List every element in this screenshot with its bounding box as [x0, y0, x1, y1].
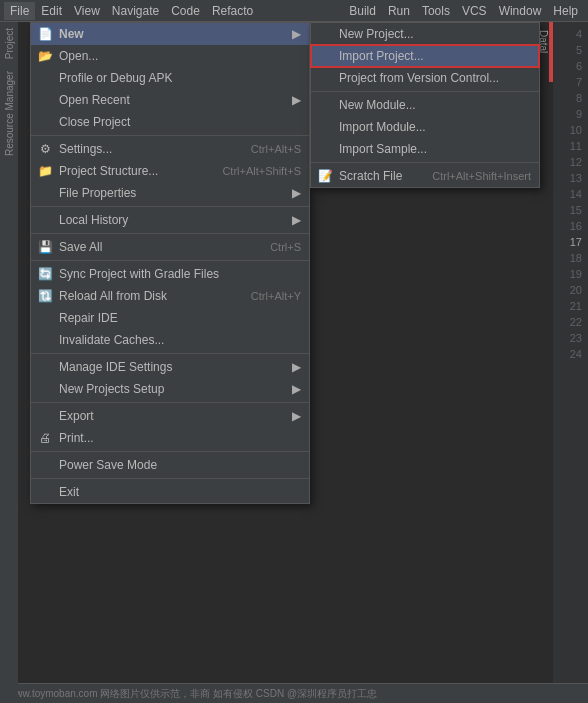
line-number-6: 6	[553, 58, 588, 74]
line-number-16: 16	[553, 218, 588, 234]
import-project-icon	[317, 48, 333, 64]
submenu-item-new-project-label: New Project...	[339, 27, 414, 41]
open-icon: 📂	[37, 48, 53, 64]
menu-item-new-label: New	[59, 27, 84, 41]
line-number-14: 14	[553, 186, 588, 202]
line-number-20: 20	[553, 282, 588, 298]
menu-item-manage-ide[interactable]: Manage IDE Settings ▶	[31, 356, 309, 378]
menu-item-invalidate-caches[interactable]: Invalidate Caches...	[31, 329, 309, 351]
menu-item-sync-label: Sync Project with Gradle Files	[59, 267, 219, 281]
menu-run[interactable]: Run	[382, 2, 416, 20]
menu-item-new-projects-setup[interactable]: New Projects Setup ▶	[31, 378, 309, 400]
reload-shortcut: Ctrl+Alt+Y	[251, 290, 301, 302]
menu-file[interactable]: File	[4, 2, 35, 20]
menu-item-exit[interactable]: Exit	[31, 481, 309, 503]
submenu-item-new-module[interactable]: New Module...	[311, 94, 539, 116]
menu-item-power-save[interactable]: Power Save Mode	[31, 454, 309, 476]
menu-item-profile-debug[interactable]: Profile or Debug APK	[31, 67, 309, 89]
menu-item-project-structure[interactable]: 📁 Project Structure... Ctrl+Alt+Shift+S	[31, 160, 309, 182]
menu-view[interactable]: View	[68, 2, 106, 20]
menu-item-sync-gradle[interactable]: 🔄 Sync Project with Gradle Files	[31, 263, 309, 285]
import-sample-icon	[317, 141, 333, 157]
menu-item-open-recent[interactable]: Open Recent ▶	[31, 89, 309, 111]
sub-separator-2	[311, 162, 539, 163]
separator-4	[31, 260, 309, 261]
menu-item-settings-label: Settings...	[59, 142, 112, 156]
settings-icon: ⚙	[37, 141, 53, 157]
line-number-12: 12	[553, 154, 588, 170]
project-panel-tab[interactable]: Project	[2, 22, 17, 65]
menu-item-reload-disk[interactable]: 🔃 Reload All from Disk Ctrl+Alt+Y	[31, 285, 309, 307]
line-number-22: 22	[553, 314, 588, 330]
submenu-item-scratch-file[interactable]: 📝 Scratch File Ctrl+Alt+Shift+Insert	[311, 165, 539, 187]
menu-edit[interactable]: Edit	[35, 2, 68, 20]
menu-item-close-project[interactable]: Close Project	[31, 111, 309, 133]
menu-item-export[interactable]: Export ▶	[31, 405, 309, 427]
menu-item-repair-ide[interactable]: Repair IDE	[31, 307, 309, 329]
line-number-7: 7	[553, 74, 588, 90]
submenu-item-import-project[interactable]: Import Project...	[311, 45, 539, 67]
menu-item-open[interactable]: 📂 Open...	[31, 45, 309, 67]
menu-item-settings[interactable]: ⚙ Settings... Ctrl+Alt+S	[31, 138, 309, 160]
line-number-17: 17	[553, 234, 588, 250]
menu-item-history-label: Local History	[59, 213, 128, 227]
submenu-item-import-sample[interactable]: Import Sample...	[311, 138, 539, 160]
submenu-item-new-project[interactable]: New Project...	[311, 23, 539, 45]
menu-vcs[interactable]: VCS	[456, 2, 493, 20]
menu-build[interactable]: Build	[343, 2, 382, 20]
menu-code[interactable]: Code	[165, 2, 206, 20]
line-number-21: 21	[553, 298, 588, 314]
right-accent-bar	[549, 22, 553, 82]
line-numbers: 456789101112131415161718192021222324	[553, 22, 588, 703]
submenu-item-import-project-label: Import Project...	[339, 49, 424, 63]
project-struct-shortcut: Ctrl+Alt+Shift+S	[222, 165, 301, 177]
submenu-item-import-module-label: Import Module...	[339, 120, 426, 134]
menu-item-print-label: Print...	[59, 431, 94, 445]
repair-icon	[37, 310, 53, 326]
new-projects-icon	[37, 381, 53, 397]
line-number-4: 4	[553, 26, 588, 42]
recent-icon	[37, 92, 53, 108]
resource-manager-tab[interactable]: Resource Manager	[2, 65, 17, 162]
submenu-item-project-vcs[interactable]: Project from Version Control...	[311, 67, 539, 89]
separator-7	[31, 451, 309, 452]
menu-window[interactable]: Window	[493, 2, 548, 20]
sub-separator-1	[311, 91, 539, 92]
menu-item-profile-label: Profile or Debug APK	[59, 71, 172, 85]
menu-item-close-label: Close Project	[59, 115, 130, 129]
line-number-15: 15	[553, 202, 588, 218]
menu-item-save-all[interactable]: 💾 Save All Ctrl+S	[31, 236, 309, 258]
menu-refactor[interactable]: Refacto	[206, 2, 259, 20]
line-number-10: 10	[553, 122, 588, 138]
menu-help[interactable]: Help	[547, 2, 584, 20]
menu-navigate[interactable]: Navigate	[106, 2, 165, 20]
status-text: www.toymoban.com 网络图片仅供示范，非商 如有侵权 CSDN @…	[8, 687, 377, 701]
export-arrow-icon: ▶	[292, 409, 301, 423]
submenu-item-vcs-label: Project from Version Control...	[339, 71, 499, 85]
submenu-item-import-module[interactable]: Import Module...	[311, 116, 539, 138]
menu-item-open-label: Open...	[59, 49, 98, 63]
line-number-8: 8	[553, 90, 588, 106]
menu-item-new[interactable]: 📄 New ▶	[31, 23, 309, 45]
menu-bar: File Edit View Navigate Code Refacto Bui…	[0, 0, 588, 22]
new-icon: 📄	[37, 26, 53, 42]
reload-icon: 🔃	[37, 288, 53, 304]
status-bar: www.toymoban.com 网络图片仅供示范，非商 如有侵权 CSDN @…	[0, 683, 588, 703]
exit-icon	[37, 484, 53, 500]
menu-tools[interactable]: Tools	[416, 2, 456, 20]
project-struct-icon: 📁	[37, 163, 53, 179]
separator-1	[31, 135, 309, 136]
menu-item-power-save-label: Power Save Mode	[59, 458, 157, 472]
menu-item-export-label: Export	[59, 409, 94, 423]
menu-item-file-properties[interactable]: File Properties ▶	[31, 182, 309, 204]
scratch-shortcut: Ctrl+Alt+Shift+Insert	[432, 170, 531, 182]
submenu-item-new-module-label: New Module...	[339, 98, 416, 112]
menu-item-print[interactable]: 🖨 Print...	[31, 427, 309, 449]
manage-ide-icon	[37, 359, 53, 375]
close-project-icon	[37, 114, 53, 130]
menu-item-file-props-label: File Properties	[59, 186, 136, 200]
menu-item-local-history[interactable]: Local History ▶	[31, 209, 309, 231]
print-icon: 🖨	[37, 430, 53, 446]
file-props-arrow-icon: ▶	[292, 186, 301, 200]
history-icon	[37, 212, 53, 228]
